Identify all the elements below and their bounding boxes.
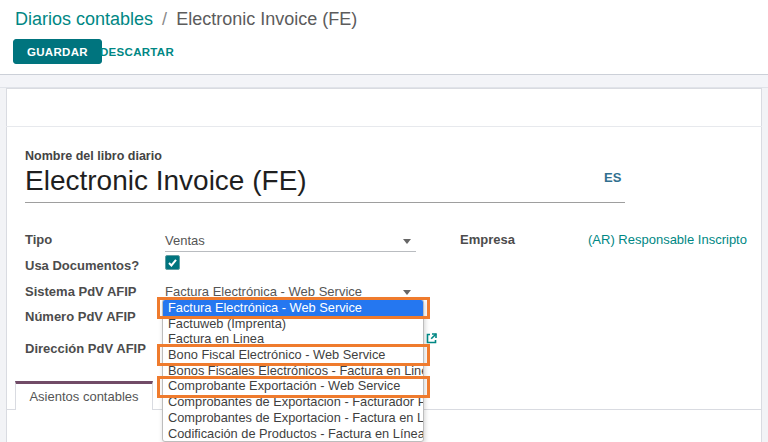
tipo-value: Ventas [165,233,205,248]
menu-item[interactable]: Factuweb (Imprenta) [163,316,423,332]
breadcrumb-parent-link[interactable]: Diarios contables [15,9,153,29]
checkmark-icon [167,257,178,268]
breadcrumb-separator: / [158,9,171,29]
sistema-pdv-label: Sistema PdV AFIP [25,284,137,299]
numero-pdv-label: Número PdV AFIP [25,309,136,324]
direccion-pdv-label: Dirección PdV AFIP [25,341,146,356]
journal-name-input[interactable]: Electronic Invoice (FE) [25,163,625,203]
odoo-journal-form-page: Diarios contables / Electronic Invoice (… [0,0,768,442]
sistema-pdv-value: Factura Electrónica - Web Service [165,284,362,299]
menu-item[interactable]: Comprobantes de Exportacion - Factura en… [163,410,423,426]
discard-button[interactable]: DESCARTAR [94,39,180,64]
menu-item[interactable]: Bono Fiscal Electrónico - Web Service [163,347,423,363]
empresa-label: Empresa [460,232,515,247]
menu-item[interactable]: Factura Electrónica - Web Service [163,300,423,316]
menu-item[interactable]: Comprobantes de Exportacion - Facturador… [163,394,423,410]
menu-item[interactable]: Comprobante Exportación - Web Service [163,378,423,394]
tipo-label: Tipo [25,232,52,247]
external-link-icon[interactable] [425,331,438,344]
menu-item[interactable]: Codificación de Productos - Factura en L… [163,426,423,442]
save-button[interactable]: GUARDAR [13,39,102,64]
sistema-pdv-dropdown-menu: Factura Electrónica - Web Service Factuw… [162,299,424,442]
tipo-select[interactable]: Ventas [165,231,416,252]
menu-item[interactable]: Factura en Linea [163,331,423,347]
breadcrumb-current: Electronic Invoice (FE) [176,9,357,29]
menu-item[interactable]: Bonos Fiscales Electrónicos - Factura en… [163,363,423,379]
breadcrumb: Diarios contables / Electronic Invoice (… [15,9,357,30]
empresa-link[interactable]: (AR) Responsable Inscripto [588,232,747,247]
chevron-down-icon [403,290,411,295]
journal-name-label: Nombre del libro diario [25,149,162,163]
chevron-down-icon [403,239,411,244]
tab-asientos-contables[interactable]: Asientos contables [15,381,153,410]
translate-badge[interactable]: ES [604,170,621,185]
usa-documentos-checkbox[interactable] [165,255,180,270]
usa-documentos-label: Usa Documentos? [25,258,139,273]
sheet-header-divider [6,126,762,127]
header-separator-band [0,74,768,88]
